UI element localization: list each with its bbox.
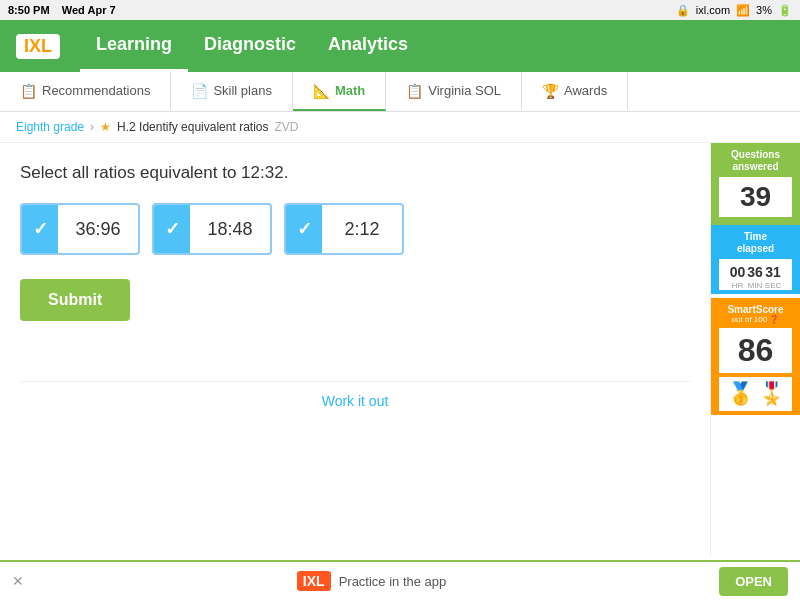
- status-right: 🔒 ixl.com 📶 3% 🔋: [676, 4, 792, 17]
- time-elapsed-label: Timeelapsed: [715, 231, 796, 255]
- questions-answered-value: 39: [719, 177, 792, 217]
- question-text: Select all ratios equivalent to 12:32.: [20, 163, 690, 183]
- work-it-out-bar: Work it out: [20, 381, 690, 420]
- option-2-checkbox[interactable]: ✓: [154, 205, 190, 253]
- tab-awards[interactable]: 🏆 Awards: [522, 72, 628, 111]
- tab-skill-plans[interactable]: 📄 Skill plans: [171, 72, 293, 111]
- tab-recommendations[interactable]: 📋 Recommendations: [0, 72, 171, 111]
- medals-display: 🥇 🎖️: [719, 377, 792, 411]
- questions-answered-label: Questionsanswered: [715, 149, 796, 173]
- time-display: 00 HR 36 MIN 31 SEC: [719, 259, 792, 290]
- breadcrumb-skill: H.2 Identify equivalent ratios: [117, 120, 268, 134]
- time-hr-unit: 00 HR: [730, 263, 746, 290]
- bottom-app-bar: ✕ IXL Practice in the app OPEN: [0, 560, 800, 600]
- option-3-checkbox[interactable]: ✓: [286, 205, 322, 253]
- tab-math[interactable]: 📐 Math: [293, 72, 386, 111]
- time-hr-label: HR: [730, 281, 746, 290]
- nav-diagnostic[interactable]: Diagnostic: [188, 20, 312, 72]
- smart-score-value: 86: [719, 328, 792, 373]
- status-time-day: 8:50 PM Wed Apr 7: [8, 4, 116, 16]
- time-sec-unit: 31 SEC: [765, 263, 781, 290]
- status-day: Wed Apr 7: [62, 4, 116, 16]
- breadcrumb-grade[interactable]: Eighth grade: [16, 120, 84, 134]
- status-url: ixl.com: [696, 4, 730, 16]
- skill-plans-icon: 📄: [191, 83, 208, 99]
- right-panel: Questionsanswered 39 Timeelapsed 00 HR 3…: [710, 143, 800, 557]
- time-min-label: MIN: [747, 281, 763, 290]
- time-elapsed-panel: Timeelapsed 00 HR 36 MIN 31 SEC: [711, 225, 800, 294]
- math-icon: 📐: [313, 83, 330, 99]
- star-icon: ★: [100, 120, 111, 134]
- time-sec-value: 31: [765, 264, 781, 280]
- battery-text: 3%: [756, 4, 772, 16]
- bottom-brand: IXL Practice in the app: [297, 571, 446, 591]
- work-it-out-link[interactable]: Work it out: [322, 393, 389, 409]
- main-content: Select all ratios equivalent to 12:32. ✓…: [0, 143, 800, 557]
- option-1[interactable]: ✓ 36:96: [20, 203, 140, 255]
- option-2-value: 18:48: [190, 219, 270, 240]
- tab-virginia-sol[interactable]: 📋 Virginia SOL: [386, 72, 522, 111]
- breadcrumb: Eighth grade › ★ H.2 Identify equivalent…: [0, 112, 800, 143]
- bottom-logo: IXL: [297, 571, 331, 591]
- recommendations-icon: 📋: [20, 83, 37, 99]
- questions-answered-panel: Questionsanswered 39: [711, 143, 800, 225]
- option-3-value: 2:12: [322, 219, 402, 240]
- tab-bar: 📋 Recommendations 📄 Skill plans 📐 Math 📋…: [0, 72, 800, 112]
- smart-score-panel: SmartScore out of 100 ❓ 86 🥇 🎖️: [711, 298, 800, 415]
- medal-2: 🎖️: [758, 381, 785, 407]
- battery-icon: 🔋: [778, 4, 792, 17]
- nav-links: Learning Diagnostic Analytics: [80, 20, 424, 72]
- time-sec-label: SEC: [765, 281, 781, 290]
- close-button[interactable]: ✕: [12, 573, 24, 589]
- option-1-value: 36:96: [58, 219, 138, 240]
- option-2[interactable]: ✓ 18:48: [152, 203, 272, 255]
- time-min-unit: 36 MIN: [747, 263, 763, 290]
- smart-score-label: SmartScore: [715, 304, 796, 315]
- nav-learning[interactable]: Learning: [80, 20, 188, 72]
- question-area: Select all ratios equivalent to 12:32. ✓…: [0, 143, 710, 557]
- nav-bar: IXL Learning Diagnostic Analytics: [0, 20, 800, 72]
- breadcrumb-code: ZVD: [274, 120, 298, 134]
- info-icon[interactable]: ❓: [769, 315, 779, 324]
- time-min-value: 36: [747, 264, 763, 280]
- open-app-button[interactable]: OPEN: [719, 567, 788, 596]
- bottom-practice-text: Practice in the app: [339, 574, 447, 589]
- nav-analytics[interactable]: Analytics: [312, 20, 424, 72]
- virginia-sol-icon: 📋: [406, 83, 423, 99]
- submit-button[interactable]: Submit: [20, 279, 130, 321]
- awards-icon: 🏆: [542, 83, 559, 99]
- checkmark-2: ✓: [165, 218, 180, 240]
- ixl-logo: IXL: [16, 34, 60, 59]
- checkmark-3: ✓: [297, 218, 312, 240]
- lock-icon: 🔒: [676, 4, 690, 17]
- options-row: ✓ 36:96 ✓ 18:48 ✓ 2:12: [20, 203, 690, 255]
- smart-score-sub: out of 100 ❓: [715, 315, 796, 324]
- wifi-icon: 📶: [736, 4, 750, 17]
- option-1-checkbox[interactable]: ✓: [22, 205, 58, 253]
- status-bar: 8:50 PM Wed Apr 7 🔒 ixl.com 📶 3% 🔋: [0, 0, 800, 20]
- option-3[interactable]: ✓ 2:12: [284, 203, 404, 255]
- checkmark-1: ✓: [33, 218, 48, 240]
- medal-1: 🥇: [727, 381, 754, 407]
- logo-text: IXL: [24, 36, 52, 56]
- breadcrumb-separator: ›: [90, 120, 94, 134]
- status-time: 8:50 PM: [8, 4, 50, 16]
- time-hr-value: 00: [730, 264, 746, 280]
